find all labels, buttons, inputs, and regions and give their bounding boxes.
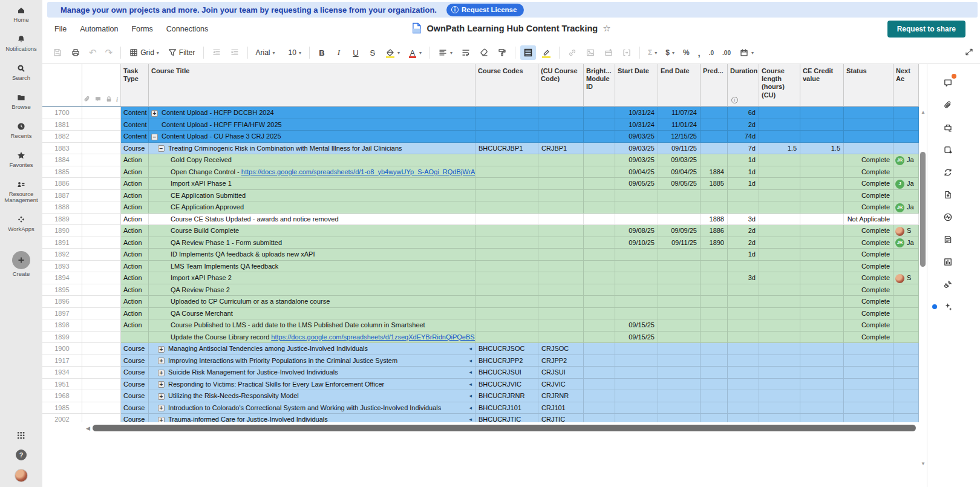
- scroll-down-icon[interactable]: ▼: [921, 461, 926, 466]
- status-cell[interactable]: [844, 143, 893, 155]
- next-assigned-cell[interactable]: [893, 379, 919, 391]
- ce-credit-cell[interactable]: [800, 343, 844, 355]
- outdent-button[interactable]: [209, 45, 224, 60]
- predecessor-cell[interactable]: 1888: [701, 214, 728, 226]
- next-assigned-cell[interactable]: [893, 284, 919, 296]
- font-size-selector[interactable]: 10▾: [286, 46, 304, 59]
- sidebar-item-recents[interactable]: Recents: [0, 116, 42, 145]
- apps-grid-icon[interactable]: [16, 430, 27, 441]
- predecessor-cell[interactable]: [701, 261, 728, 273]
- vertical-scroll-thumb[interactable]: [920, 152, 926, 267]
- course-length-cell[interactable]: [759, 319, 800, 332]
- status-cell[interactable]: Complete: [844, 201, 893, 214]
- end-date-cell[interactable]: [658, 402, 701, 414]
- cu-course-code-cell[interactable]: CRJSOC: [538, 343, 584, 355]
- row-number[interactable]: 1900: [42, 343, 82, 355]
- duration-cell[interactable]: [728, 367, 759, 379]
- thousands-separator-button[interactable]: ,: [695, 45, 704, 60]
- next-assigned-cell[interactable]: JRJa: [893, 154, 919, 166]
- activity-log-panel-button[interactable]: [936, 206, 960, 228]
- column-header[interactable]: Bright... Module ID: [584, 64, 615, 106]
- ce-credit-cell[interactable]: [800, 225, 844, 237]
- course-title-cell[interactable]: Open Change Control - https://docs.googl…: [149, 166, 475, 178]
- save-button[interactable]: [50, 45, 65, 60]
- predecessor-cell[interactable]: 1885: [701, 178, 728, 190]
- row-number[interactable]: 1897: [42, 308, 82, 320]
- expand-toolbar-icon[interactable]: [964, 47, 974, 57]
- ce-credit-cell[interactable]: [800, 166, 844, 178]
- row-number[interactable]: 1934: [42, 367, 82, 379]
- ce-credit-cell[interactable]: [800, 367, 844, 379]
- ce-credit-cell[interactable]: [800, 379, 844, 391]
- start-date-cell[interactable]: [615, 379, 658, 391]
- row-expand-toggle[interactable]: +: [158, 381, 165, 388]
- duration-cell[interactable]: 1d: [728, 178, 759, 190]
- menu-forms[interactable]: Forms: [131, 25, 152, 33]
- course-codes-cell[interactable]: [475, 225, 538, 237]
- module-id-cell[interactable]: [584, 379, 615, 391]
- course-length-cell[interactable]: [759, 332, 800, 344]
- next-assigned-cell[interactable]: [893, 249, 919, 261]
- request-to-share-button[interactable]: Request to share: [887, 21, 965, 38]
- end-date-cell[interactable]: [658, 332, 701, 344]
- next-assigned-cell[interactable]: [893, 332, 919, 344]
- module-id-cell[interactable]: [584, 201, 615, 214]
- module-id-cell[interactable]: [584, 178, 615, 190]
- task-type-cell[interactable]: Action: [121, 214, 149, 226]
- module-id-cell[interactable]: [584, 272, 615, 284]
- end-date-cell[interactable]: [658, 201, 701, 214]
- course-length-cell[interactable]: [759, 272, 800, 284]
- module-id-cell[interactable]: [584, 190, 615, 202]
- status-cell[interactable]: Complete: [844, 178, 893, 190]
- course-title-cell[interactable]: Import xAPI Phase 2: [149, 272, 475, 284]
- predecessor-cell[interactable]: [701, 390, 728, 402]
- end-date-cell[interactable]: [658, 319, 701, 332]
- currency-format-button[interactable]: $▾: [662, 46, 678, 59]
- start-date-cell[interactable]: 09/05/25: [615, 178, 658, 190]
- ce-credit-cell[interactable]: [800, 214, 844, 226]
- task-type-cell[interactable]: Action: [121, 272, 149, 284]
- next-assigned-cell[interactable]: [893, 214, 919, 226]
- task-type-cell[interactable]: Course: [121, 343, 149, 355]
- module-id-cell[interactable]: [584, 143, 615, 155]
- row-expand-toggle[interactable]: +: [151, 110, 158, 117]
- next-assigned-cell[interactable]: S: [893, 272, 919, 284]
- course-codes-cell[interactable]: BHCUCRJVIC: [475, 379, 538, 391]
- update-requests-panel-button[interactable]: [936, 161, 960, 183]
- ce-credit-cell[interactable]: [800, 284, 844, 296]
- cu-course-code-cell[interactable]: [538, 154, 584, 166]
- duration-cell[interactable]: [728, 379, 759, 391]
- duration-cell[interactable]: [728, 332, 759, 344]
- next-assigned-cell[interactable]: [893, 261, 919, 273]
- column-header[interactable]: Start Date: [615, 64, 658, 106]
- end-date-cell[interactable]: [658, 343, 701, 355]
- task-type-cell[interactable]: Content: [121, 131, 149, 143]
- text-color-button[interactable]: A▾: [405, 46, 425, 60]
- course-length-cell[interactable]: [759, 402, 800, 414]
- start-date-cell[interactable]: 09/08/25: [615, 225, 658, 237]
- module-id-cell[interactable]: [584, 308, 615, 320]
- course-title-cell[interactable]: Course Published to LMS - add date to th…: [149, 319, 475, 332]
- status-cell[interactable]: Complete: [844, 166, 893, 178]
- course-length-cell[interactable]: [759, 214, 800, 226]
- predecessor-cell[interactable]: 1886: [701, 225, 728, 237]
- row-number[interactable]: 1951: [42, 379, 82, 391]
- bold-button[interactable]: B: [315, 46, 329, 60]
- decrease-decimal-button[interactable]: .0: [706, 47, 717, 59]
- course-length-cell[interactable]: [759, 261, 800, 273]
- status-cell[interactable]: Complete: [844, 272, 893, 284]
- column-header[interactable]: Status: [844, 64, 893, 106]
- task-type-cell[interactable]: Action: [121, 154, 149, 166]
- status-cell[interactable]: [844, 390, 893, 402]
- task-type-cell[interactable]: Action: [121, 166, 149, 178]
- cell-hyperlink[interactable]: https://docs.google.com/spreadsheets/d/1…: [241, 168, 475, 175]
- strikethrough-button[interactable]: S: [365, 46, 380, 60]
- row-number[interactable]: 1896: [42, 296, 82, 308]
- insert-link-button[interactable]: [564, 45, 580, 60]
- column-header[interactable]: Course length (hours) (CU): [759, 64, 800, 106]
- increase-decimal-button[interactable]: .00: [719, 47, 734, 59]
- percent-format-button[interactable]: %: [680, 46, 693, 59]
- predecessor-cell[interactable]: [701, 367, 728, 379]
- course-codes-cell[interactable]: [475, 332, 538, 344]
- cu-course-code-cell[interactable]: [538, 166, 584, 178]
